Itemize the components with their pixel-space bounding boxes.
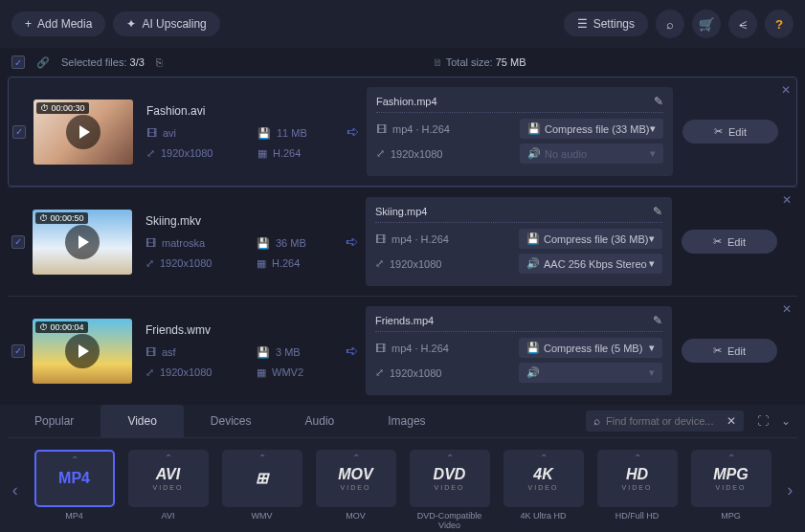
format-label: MOV xyxy=(346,511,366,521)
carousel-prev[interactable]: ‹ xyxy=(8,480,23,500)
format-card-mpg[interactable]: ⌃ MPG VIDEO MPG xyxy=(689,450,773,530)
share-button[interactable]: ⪪ xyxy=(728,10,757,38)
format-search-input[interactable] xyxy=(606,415,721,427)
format-sublabel: VIDEO xyxy=(622,484,653,491)
search-icon: ⌕ xyxy=(593,414,600,428)
chevron-up-icon: ⌃ xyxy=(727,453,735,463)
file-checkbox[interactable] xyxy=(11,235,25,249)
resolution-label: ⤢1920x1080 xyxy=(146,147,219,160)
codec-label: ▦WMV2 xyxy=(257,366,329,379)
play-icon[interactable] xyxy=(65,334,100,368)
compress-dropdown[interactable]: 💾Compress file (5 MB)▾ xyxy=(519,338,662,358)
remove-file-button[interactable]: ✕ xyxy=(779,81,793,99)
container-label: 🎞avi xyxy=(146,127,219,140)
file-row[interactable]: ⏱ 00:00:04 Friends.wmv 🎞asf 💾3 MB ⤢1920x… xyxy=(8,296,797,405)
help-button[interactable]: ? xyxy=(765,10,794,38)
remove-file-button[interactable]: ✕ xyxy=(780,300,794,318)
thumbnail[interactable]: ⏱ 00:00:50 xyxy=(33,210,132,275)
output-panel: Fashion.mp4 ✎ 🎞mp4 · H.264 💾Compress fil… xyxy=(367,87,673,176)
format-sublabel: VIDEO xyxy=(716,484,747,491)
edit-button[interactable]: ✂Edit xyxy=(682,339,777,363)
settings-label: Settings xyxy=(593,17,635,31)
format-label: DVD-Compatible Video xyxy=(408,511,492,530)
sparkle-icon: ✦ xyxy=(126,17,136,31)
chevron-down-icon: ▾ xyxy=(649,233,655,245)
film-icon: 🎞 xyxy=(145,346,156,358)
film-icon: 🎞 xyxy=(145,237,156,249)
cart-button[interactable]: 🛒 xyxy=(692,10,721,38)
pencil-icon[interactable]: ✎ xyxy=(653,314,662,327)
duration-badge: ⏱ 00:00:04 xyxy=(35,321,88,333)
add-media-button[interactable]: + Add Media xyxy=(11,11,105,36)
chevron-up-icon: ⌃ xyxy=(258,453,266,463)
chevron-up-icon: ⌃ xyxy=(71,454,78,465)
format-card-avi[interactable]: ⌃ AVI VIDEO AVI xyxy=(126,450,211,530)
copy-icon[interactable]: ⎘ xyxy=(156,56,163,68)
format-card-mp4[interactable]: ⌃ MP4 MP4 xyxy=(33,450,117,530)
pencil-icon[interactable]: ✎ xyxy=(654,95,663,108)
chevron-down-icon[interactable]: ⌄ xyxy=(774,410,797,432)
search-button[interactable]: ⌕ xyxy=(656,10,684,38)
add-media-label: Add Media xyxy=(37,17,92,31)
format-card-mov[interactable]: ⌃ MOV VIDEO MOV xyxy=(314,450,398,530)
format-tab-images[interactable]: Images xyxy=(361,405,452,437)
audio-dropdown[interactable]: 🔊▾ xyxy=(519,363,662,383)
codec-icon: ▦ xyxy=(257,147,267,160)
format-tab-popular[interactable]: Popular xyxy=(8,405,101,437)
duration-badge: ⏱ 00:00:50 xyxy=(35,212,88,224)
format-tab-audio[interactable]: Audio xyxy=(279,405,362,437)
format-sublabel: VIDEO xyxy=(153,484,184,491)
film-icon: 🎞 xyxy=(375,343,386,354)
edit-button[interactable]: ✂Edit xyxy=(682,230,777,254)
duration-badge: ⏱ 00:00:30 xyxy=(36,102,89,114)
scissors-icon: ✂ xyxy=(713,235,722,248)
thumbnail[interactable]: ⏱ 00:00:30 xyxy=(34,100,133,165)
format-tab-video[interactable]: Video xyxy=(101,405,183,437)
search-icon: ⌕ xyxy=(666,17,674,32)
edit-button[interactable]: ✂Edit xyxy=(682,120,778,144)
format-tab-devices[interactable]: Devices xyxy=(184,405,279,437)
file-row[interactable]: ⏱ 00:00:30 Fashion.avi 🎞avi 💾11 MB ⤢1920… xyxy=(8,77,797,187)
expand-formats-button[interactable]: ⛶ xyxy=(751,410,774,432)
scissors-icon: ✂ xyxy=(714,125,723,138)
file-checkbox[interactable] xyxy=(11,344,25,358)
cart-icon: 🛒 xyxy=(699,17,715,32)
file-checkbox[interactable] xyxy=(12,125,26,139)
format-search[interactable]: ⌕ ✕ xyxy=(586,410,744,432)
play-icon[interactable] xyxy=(65,225,100,259)
select-all-checkbox[interactable] xyxy=(11,55,25,69)
remove-file-button[interactable]: ✕ xyxy=(780,191,794,209)
arrow-icon: ➪ xyxy=(346,342,358,360)
expand-icon: ⤢ xyxy=(145,257,154,270)
selection-bar: 🔗 Selected files: 3/3 ⎘ 🗎 Total size: 75… xyxy=(0,48,805,77)
clear-icon[interactable]: ✕ xyxy=(727,414,736,428)
audio-dropdown[interactable]: 🔊AAC 256 Kbps Stereo▾ xyxy=(519,254,662,274)
compress-dropdown[interactable]: 💾Compress file (33 MB)▾ xyxy=(520,119,663,139)
speaker-icon: 🔊 xyxy=(526,366,540,379)
settings-button[interactable]: ☰ Settings xyxy=(564,11,648,36)
total-size-label: 🗎 Total size: 75 MB xyxy=(433,56,526,68)
format-card-wmv[interactable]: ⌃ ⊞ WMV xyxy=(220,450,304,530)
output-format-label: 🎞mp4 · H.264 xyxy=(375,233,507,245)
help-icon: ? xyxy=(775,17,783,32)
format-label: HD/Full HD xyxy=(615,511,660,521)
carousel-next[interactable]: › xyxy=(783,480,798,500)
codec-label: ▦H.264 xyxy=(257,147,330,160)
format-card-hd-full-hd[interactable]: ⌃ HD VIDEO HD/Full HD xyxy=(595,450,680,530)
file-icon: 🗎 xyxy=(433,56,443,68)
ai-upscaling-button[interactable]: ✦ AI Upscaling xyxy=(113,11,219,36)
output-panel: Friends.mp4 ✎ 🎞mp4 · H.264 💾Compress fil… xyxy=(366,306,672,395)
compress-dropdown[interactable]: 💾Compress file (36 MB)▾ xyxy=(519,229,662,249)
chevron-up-icon: ⌃ xyxy=(634,453,641,463)
play-icon[interactable] xyxy=(66,115,101,149)
selected-files-label: Selected files: 3/3 xyxy=(61,56,145,68)
file-row[interactable]: ⏱ 00:00:50 Skiing.mkv 🎞matroska 💾36 MB ⤢… xyxy=(8,187,797,296)
pencil-icon[interactable]: ✎ xyxy=(653,205,662,218)
file-list: ⏱ 00:00:30 Fashion.avi 🎞avi 💾11 MB ⤢1920… xyxy=(0,77,805,405)
audio-dropdown[interactable]: 🔊No audio▾ xyxy=(520,144,663,164)
format-card-4k-ultra-hd[interactable]: ⌃ 4K VIDEO 4K Ultra HD xyxy=(502,450,586,530)
chevron-up-icon: ⌃ xyxy=(446,453,454,463)
format-card-dvd-compatible-video[interactable]: ⌃ DVD VIDEO DVD-Compatible Video xyxy=(408,450,492,530)
expand-icon: ⤢ xyxy=(145,366,154,379)
thumbnail[interactable]: ⏱ 00:00:04 xyxy=(33,319,132,384)
